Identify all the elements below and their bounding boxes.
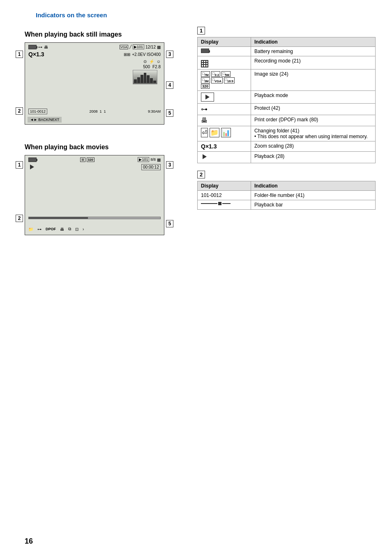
label-2-still: 2 [16, 107, 23, 115]
label-5-movie: 5 [166, 220, 173, 227]
pb-line [201, 203, 217, 204]
movie-print-icon: 🖶 [60, 227, 64, 232]
movie-dpof-label: DPOF [46, 227, 56, 231]
size-5m: □5M [221, 71, 231, 77]
left-column: When playing back still images 1 2 3 4 5… [25, 27, 185, 238]
movie-view-icon: ⊡ [75, 227, 78, 232]
size-line-2: □3M □VGA □16:9 [201, 77, 247, 83]
shutter-value: 500 [143, 65, 150, 69]
movie-play-triangle [30, 164, 34, 169]
playback-display-cell [198, 91, 251, 104]
right-column: 1 Display Indication Battery remaining [197, 27, 376, 238]
play-triangle-table [203, 154, 207, 159]
movie-progress-fill [29, 217, 88, 219]
table-1: Display Indication Battery remaining [197, 37, 376, 163]
folder-indication: Changing folder (41) This does not appea… [251, 126, 376, 141]
movie-play-arrow: ▶101 [138, 157, 149, 162]
histogram-bars [133, 70, 157, 84]
folder-bullet-item: This does not appear when using internal… [254, 134, 372, 139]
print-indication: Print order (DPOF) mark (80) [251, 115, 376, 126]
page-number: 16 [25, 537, 33, 546]
playback-triangle [205, 95, 210, 100]
table1-header-display: Display [198, 37, 251, 47]
zoom-display-cell: Q×1.3 [198, 141, 251, 152]
table-row: ⊶ Protect (42) [198, 104, 376, 115]
zoom-indicator: Q×1.3 [28, 51, 44, 58]
date: 2008 1 1 [89, 109, 106, 113]
ev-iso: +2.0EV ISO400 [132, 52, 161, 57]
screen-nav: ◄► BACK/NEXT [28, 117, 62, 123]
hbar6 [150, 78, 153, 83]
table-row: ⏎ 📁 📊 Changing folder (41) This does not… [198, 126, 376, 141]
still-images-title: When playing back still images [25, 31, 185, 38]
movie-320-badge: 320 [87, 157, 95, 162]
folder-primary-text: Changing folder (41) [254, 128, 372, 134]
movie-second-row: 00:00:12 [25, 163, 164, 171]
hbar3 [141, 75, 143, 83]
section-1-number: 1 [197, 27, 205, 35]
size-line-3: 320 [201, 84, 247, 89]
movie-progress-bar [28, 217, 161, 219]
label-1-still: 1 [16, 51, 23, 58]
protect-icon-table: ⊶ [201, 106, 208, 113]
zoom-indication: Zoom scaling (28) [251, 141, 376, 152]
histogram-area [25, 69, 164, 85]
aperture-value: F2.8 [152, 65, 161, 69]
playback-mode-icon [201, 93, 214, 102]
size-vga: □VGA [211, 77, 223, 83]
print-screen-icon: 🖶 [44, 45, 48, 49]
folder-icon-3: 📊 [221, 128, 231, 137]
size-32: □3:2 [211, 71, 220, 77]
battery-display-cell [198, 47, 251, 56]
table2-header-display: Display [198, 181, 251, 191]
table-row: □7M □3:2 □5M □3M □VGA □16:9 320 [198, 69, 376, 91]
playback2-display-cell [198, 152, 251, 163]
playback-bar-icon [201, 202, 247, 205]
playback-mode-indication: Playback mode [251, 91, 376, 104]
movie-file-count: 8/8 [150, 157, 156, 162]
battery-indication: Battery remaining [251, 47, 376, 56]
movie-copy-icon: ⧉ [68, 227, 71, 232]
arrow-101: ▶101 [133, 44, 144, 49]
gc9 [206, 65, 208, 67]
folder-bullet-list: This does not appear when using internal… [254, 134, 372, 139]
image-size-indication: Image size (24) [251, 69, 376, 91]
folder-display-cell: ⏎ 📁 📊 [198, 126, 251, 141]
table1-header-indication: Indication [251, 37, 376, 47]
movie-protect-icon: ⊶ [37, 227, 42, 232]
movie-progress-area [25, 171, 164, 188]
screen-top-bar: ⊶ 🖶 VGA ╱ ▶101 12/12 ▦ [25, 43, 164, 50]
playback2-indication: Playback (28) [251, 152, 376, 163]
movie-folder-icon: 📁 [28, 227, 33, 232]
label-3-movie: 3 [166, 161, 173, 169]
folder-number-text: 101-0012 [201, 192, 222, 198]
histogram [133, 70, 157, 84]
table-battery-icon [201, 49, 209, 53]
movie-arrow-icon: › [83, 227, 84, 232]
playback-bar-display-cell [198, 200, 251, 210]
file-count: 12/12 [145, 45, 156, 49]
movie-card-icon: ▦ [157, 157, 161, 162]
table-recording-icon [201, 60, 208, 67]
screen-top-left: ⊶ 🖶 [28, 45, 48, 49]
hbar5 [147, 75, 150, 83]
hbar4 [144, 73, 147, 83]
screen-middle: Q×1.3 ⊞⊞ +2.0EV ISO400 [25, 50, 164, 58]
movies-title: When playing back movies [25, 144, 185, 151]
screen-top-right: VGA ╱ ▶101 12/12 ▦ [120, 44, 161, 49]
slash-icon: ╱ [129, 45, 131, 49]
image-size-icons: □7M □3:2 □5M □3M □VGA □16:9 320 [201, 71, 247, 89]
flash-icon: ⚡ [149, 59, 154, 64]
label-5-still: 5 [166, 109, 173, 117]
movie-screen-top: ⊞ 320 ▶101 8/8 ▦ [25, 155, 164, 163]
zoom-icon-table: Q×1.3 [201, 143, 217, 150]
battery-icon [28, 45, 37, 49]
table2-header-indication: Indication [251, 181, 376, 191]
movie-battery-icon [28, 157, 37, 162]
movie-bottom-icons: 📁 ⊶ DPOF 🖶 ⧉ ⊡ › [28, 227, 161, 232]
table-row: Recording mode (21) [198, 56, 376, 69]
hbar7 [153, 81, 156, 83]
shutter-aperture: 500 F2.8 [25, 65, 164, 69]
table-row: Playback mode [198, 91, 376, 104]
table-row: Playback bar [198, 200, 376, 210]
